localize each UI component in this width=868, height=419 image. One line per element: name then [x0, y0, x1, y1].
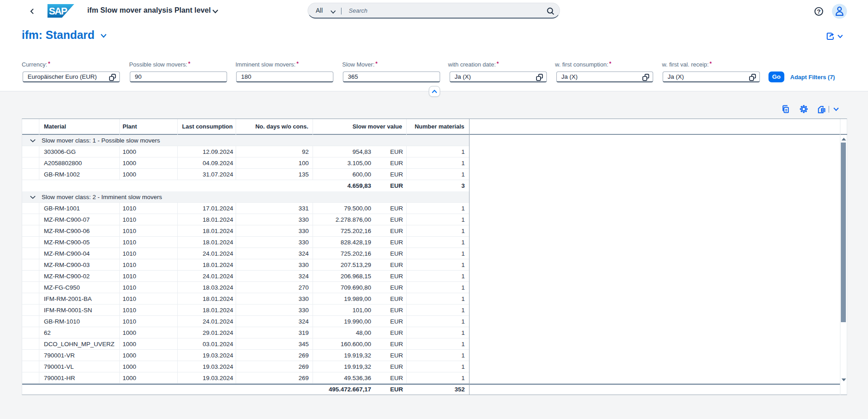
svg-text:SAP: SAP: [49, 6, 67, 17]
svg-text:?: ?: [817, 8, 821, 15]
